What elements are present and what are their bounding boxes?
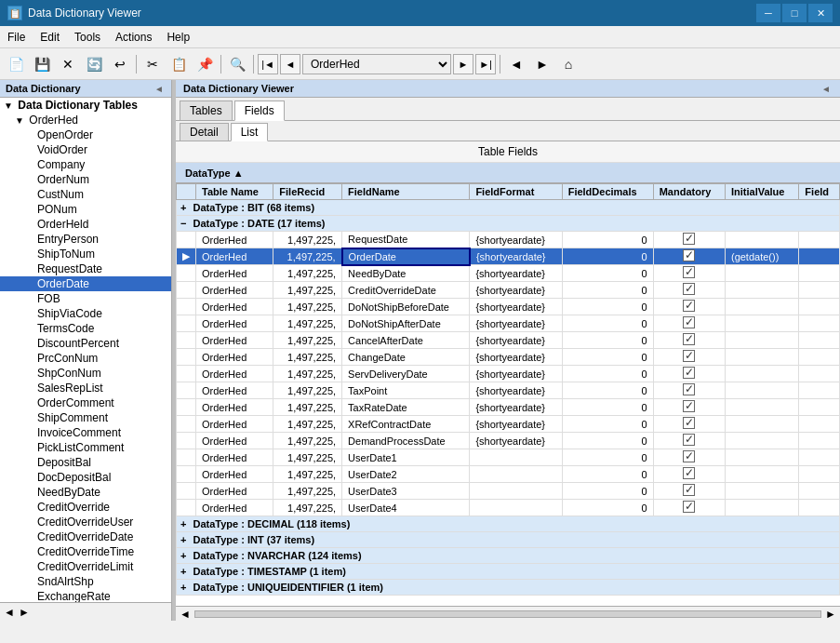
- table-row[interactable]: OrderHed1,497,225,UserDate10: [177, 449, 840, 466]
- col-header-fielddecimals[interactable]: FieldDecimals: [562, 184, 653, 200]
- table-row[interactable]: OrderHed1,497,225,UserDate40: [177, 500, 840, 516]
- new-button[interactable]: 📄: [4, 52, 28, 76]
- col-header-filerecid[interactable]: FileRecid: [273, 184, 342, 200]
- col-header-fieldname[interactable]: FieldName: [342, 184, 470, 200]
- tree-item-needbydate[interactable]: NeedByDate: [0, 485, 171, 500]
- tree-item-creditoverridelimit[interactable]: CreditOverrideLimit: [0, 559, 171, 574]
- tree-item-exchangerate[interactable]: ExchangeRate: [0, 589, 171, 602]
- sub-tab-list[interactable]: List: [231, 123, 269, 141]
- tree-item-fob[interactable]: FOB: [0, 291, 171, 306]
- table-row[interactable]: OrderHed1,497,225,NeedByDate{shortyearda…: [177, 265, 840, 282]
- delete-button[interactable]: ✕: [56, 52, 80, 76]
- tree-item-ordercomment[interactable]: OrderComment: [0, 395, 171, 410]
- sub-tab-detail[interactable]: Detail: [180, 123, 229, 141]
- home-button[interactable]: ⌂: [556, 52, 580, 76]
- bottom-scrollbar[interactable]: ◄ ►: [176, 606, 840, 621]
- tree-item-shiptonum[interactable]: ShipToNum: [0, 247, 171, 261]
- table-row[interactable]: OrderHed1,497,225,TaxPoint{shortyeardate…: [177, 382, 840, 399]
- table-row[interactable]: OrderHed1,497,225,DoNotShipBeforeDate{sh…: [177, 299, 840, 315]
- tab-tables[interactable]: Tables: [180, 100, 233, 120]
- copy-button[interactable]: 📋: [167, 52, 191, 76]
- col-header-field[interactable]: Field: [799, 184, 840, 200]
- group-expand-btn[interactable]: +: [180, 518, 186, 529]
- tree-item-picklistcomment[interactable]: PickListComment: [0, 440, 171, 455]
- table-selector[interactable]: OrderHed OpenOrder VoidOrder Company: [302, 54, 451, 74]
- table-row[interactable]: OrderHed1,497,225,DemandProcessDate{shor…: [177, 433, 840, 449]
- minimize-button[interactable]: ─: [756, 4, 780, 22]
- tree-item-ponum[interactable]: PONum: [0, 202, 171, 217]
- refresh-button[interactable]: 🔄: [82, 52, 106, 76]
- group-row-5[interactable]: + DataType : TIMESTAMP (1 item): [177, 564, 840, 580]
- group-row-6[interactable]: + DataType : UNIQUEIDENTIFIER (1 item): [177, 580, 840, 596]
- left-scroll-arrow-left[interactable]: ◄: [4, 606, 15, 619]
- table-row[interactable]: OrderHed1,497,225,DoNotShipAfterDate{sho…: [177, 315, 840, 332]
- table-row[interactable]: OrderHed1,497,225,CreditOverrideDate{sho…: [177, 282, 840, 299]
- tree-item-openorder[interactable]: OpenOrder: [0, 127, 171, 142]
- tree-item-company[interactable]: Company: [0, 157, 171, 172]
- tree-item-depositbal[interactable]: DepositBal: [0, 455, 171, 470]
- close-button[interactable]: ✕: [808, 4, 833, 22]
- tree-item-shipcomment[interactable]: ShipComment: [0, 410, 171, 425]
- tree-item-creditoverrideuser[interactable]: CreditOverrideUser: [0, 515, 171, 529]
- left-scroll-arrow-right[interactable]: ►: [19, 606, 30, 619]
- forward-button[interactable]: ►: [530, 52, 554, 76]
- tab-fields[interactable]: Fields: [234, 100, 285, 121]
- search-button[interactable]: 🔍: [225, 52, 249, 76]
- group-row-3[interactable]: + DataType : INT (37 items): [177, 532, 840, 548]
- prev-button[interactable]: ◄: [280, 54, 300, 74]
- group-row-0[interactable]: + DataType : BIT (68 items): [177, 200, 840, 216]
- table-row[interactable]: OrderHed1,497,225,CancelAfterDate{shorty…: [177, 332, 840, 349]
- next-button[interactable]: ►: [453, 54, 473, 74]
- table-row[interactable]: OrderHed1,497,225,UserDate30: [177, 483, 840, 500]
- tree-item-orderdate[interactable]: OrderDate: [0, 276, 171, 291]
- cut-button[interactable]: ✂: [140, 52, 165, 76]
- group-expand-btn[interactable]: +: [180, 566, 186, 577]
- tree-item-shipviacode[interactable]: ShipViaCode: [0, 306, 171, 321]
- col-header-initialvalue[interactable]: InitialValue: [725, 184, 798, 200]
- undo-button[interactable]: ↩: [108, 52, 132, 76]
- group-expand-btn[interactable]: +: [180, 534, 186, 545]
- table-row[interactable]: OrderHed1,497,225,ServDeliveryDate{short…: [177, 366, 840, 382]
- tree-item-entryperson[interactable]: EntryPerson: [0, 232, 171, 247]
- table-row[interactable]: OrderHed1,497,225,ChangeDate{shortyearda…: [177, 349, 840, 366]
- group-row-4[interactable]: + DataType : NVARCHAR (124 items): [177, 548, 840, 564]
- tree-item-discountpercent[interactable]: DiscountPercent: [0, 336, 171, 351]
- group-expand-btn[interactable]: +: [180, 202, 186, 213]
- tree-item-requestdate[interactable]: RequestDate: [0, 261, 171, 276]
- table-row[interactable]: ▶OrderHed1,497,225,OrderDate{shortyearda…: [177, 248, 840, 265]
- maximize-button[interactable]: □: [782, 4, 807, 22]
- tree-item-creditoverride[interactable]: CreditOverride: [0, 500, 171, 515]
- tree-item-docdepositbal[interactable]: DocDepositBal: [0, 470, 171, 485]
- tree-item-shpconnum[interactable]: ShpConNum: [0, 366, 171, 381]
- paste-button[interactable]: 📌: [193, 52, 217, 76]
- menu-help[interactable]: Help: [159, 29, 197, 46]
- tree-item-orderheld[interactable]: OrderHeld: [0, 217, 171, 232]
- table-row[interactable]: OrderHed1,497,225,UserDate20: [177, 466, 840, 483]
- table-row[interactable]: OrderHed1,497,225,RequestDate{shortyeard…: [177, 232, 840, 248]
- table-row[interactable]: OrderHed1,497,225,XRefContractDate{short…: [177, 416, 840, 433]
- menu-edit[interactable]: Edit: [33, 29, 67, 46]
- group-expand-btn[interactable]: −: [180, 218, 186, 229]
- tree-item-salesreplist[interactable]: SalesRepList: [0, 381, 171, 395]
- tree-item-invoicecomment[interactable]: InvoiceComment: [0, 425, 171, 440]
- save-button[interactable]: 💾: [30, 52, 54, 76]
- tree-root[interactable]: ▼ Data Dictionary Tables: [0, 98, 171, 113]
- tree-item-termscode[interactable]: TermsCode: [0, 321, 171, 336]
- tree-item-voidorder[interactable]: VoidOrder: [0, 142, 171, 157]
- first-button[interactable]: |◄: [258, 54, 278, 74]
- menu-actions[interactable]: Actions: [108, 29, 159, 46]
- col-header-tablename[interactable]: Table Name: [196, 184, 273, 200]
- tree-item-creditoverridedate[interactable]: CreditOverrideDate: [0, 529, 171, 544]
- tree-item-sndalrtshp[interactable]: SndAlrtShp: [0, 574, 171, 589]
- table-row[interactable]: OrderHed1,497,225,TaxRateDate{shortyeard…: [177, 399, 840, 416]
- scroll-left-icon[interactable]: ◄: [180, 608, 191, 621]
- group-expand-btn[interactable]: +: [180, 550, 186, 561]
- tree-parent-orderhed[interactable]: ▼ OrderHed: [0, 113, 171, 127]
- group-row-1[interactable]: − DataType : DATE (17 items): [177, 216, 840, 232]
- scroll-right-icon[interactable]: ►: [825, 608, 836, 621]
- tree-item-creditoverridetime[interactable]: CreditOverrideTime: [0, 544, 171, 559]
- back-button[interactable]: ◄: [504, 52, 528, 76]
- right-panel-dock-btn[interactable]: ◄: [820, 84, 833, 94]
- menu-file[interactable]: File: [0, 29, 33, 46]
- tree-item-custnum[interactable]: CustNum: [0, 187, 171, 202]
